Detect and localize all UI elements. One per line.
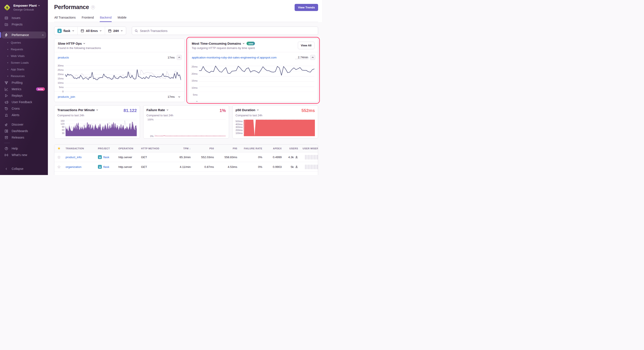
search-transactions-box	[132, 27, 318, 35]
sidebar-item-screen-loads[interactable]: Screen Loads	[0, 59, 48, 66]
environment-icon	[81, 29, 84, 33]
transaction-link[interactable]: product_info	[66, 156, 82, 159]
flask-project-icon	[98, 155, 102, 159]
page-help-icon[interactable]: ?	[91, 6, 95, 9]
tab-frontend[interactable]: Frontend	[82, 16, 94, 22]
column-header-apdex[interactable]: APDEX	[262, 147, 282, 150]
active-nav-indicator	[0, 32, 1, 38]
sidebar-item-performance[interactable]: Performance	[2, 32, 46, 39]
beta-badge: beta	[36, 87, 45, 91]
column-header-p95[interactable]: P95	[214, 147, 237, 150]
transaction-link-products-join[interactable]: products_join	[58, 95, 75, 98]
sidebar-item-queries[interactable]: Queries	[0, 39, 48, 46]
sidebar-item-app-starts[interactable]: App Starts	[0, 66, 48, 73]
sidebar-item-discover[interactable]: Discover	[0, 121, 48, 128]
apdex-cell: 0.4999	[262, 156, 282, 159]
sidebar-item-resources[interactable]: Resources	[0, 73, 48, 79]
column-header-failure-rate[interactable]: FAILURE RATE	[237, 147, 262, 150]
user-misery-score-bar	[298, 165, 318, 169]
sidebar-item-replays[interactable]: Replays	[0, 92, 48, 99]
tab-all-transactions[interactable]: All Transactions	[54, 16, 76, 22]
content-area: flask All Envs 24H	[48, 22, 322, 175]
users-cell: 4.3k	[288, 156, 294, 159]
sidebar-item-crons[interactable]: Crons	[0, 105, 48, 112]
column-header-transaction[interactable]: TRANSACTION	[66, 147, 98, 150]
slow-http-ops-title-dropdown[interactable]: Slow HTTP Ops	[58, 42, 101, 45]
p50-widget-dropdown[interactable]: p50 Duration	[236, 108, 259, 112]
tab-mobile[interactable]: Mobile	[117, 16, 126, 22]
view-all-button[interactable]: View All	[298, 42, 314, 49]
column-header-users[interactable]: USERS	[282, 147, 298, 150]
search-icon	[134, 29, 138, 33]
sidebar-item-whats-new[interactable]: What's new	[0, 152, 48, 158]
dashboards-icon	[4, 129, 8, 133]
sidebar-item-metrics[interactable]: Metrics beta	[0, 86, 48, 92]
chevron-up-icon	[42, 34, 44, 36]
tpm-chart: 150120906030	[57, 119, 137, 136]
sidebar-item-profiling[interactable]: Profiling	[0, 79, 48, 86]
p50-cell: 552.03ms	[191, 156, 214, 159]
star-column-header[interactable]	[57, 147, 66, 150]
column-header-http-method[interactable]: HTTP METHOD	[141, 147, 166, 150]
sidebar-item-user-feedback[interactable]: User Feedback	[0, 99, 48, 105]
column-header-tpm[interactable]: TPM↓	[166, 147, 191, 150]
tab-backend[interactable]: Backend	[100, 16, 112, 22]
column-header-p50[interactable]: P50	[191, 147, 214, 150]
table-row: organization flask http.server GET 4.11/…	[54, 162, 318, 172]
view-trends-button[interactable]: View Trends	[294, 4, 318, 11]
user-misery-score-bar	[298, 155, 318, 159]
chevron-down-icon	[166, 109, 169, 111]
environment-filter[interactable]: All Envs	[78, 27, 105, 35]
flask-project-icon	[57, 29, 62, 33]
siren-icon	[4, 113, 8, 117]
sidebar-item-dashboards[interactable]: Dashboards	[0, 128, 48, 134]
project-link[interactable]: flask	[103, 156, 109, 159]
column-header-user-misery[interactable]: USER MISERY	[298, 147, 318, 150]
transaction-link-products[interactable]: products	[58, 56, 69, 59]
project-link[interactable]: flask	[103, 165, 109, 169]
chevron-down-icon	[83, 42, 86, 45]
org-switcher[interactable]: Empower Plant George Gritsouk	[0, 2, 48, 15]
failure-rate-widget-dropdown[interactable]: Failure Rate	[146, 108, 169, 112]
replays-icon	[4, 94, 8, 98]
sidebar-item-web-vitals[interactable]: Web Vitals	[0, 53, 48, 59]
p95-cell: 558.83ms	[214, 156, 237, 159]
tpm-widget-dropdown[interactable]: Transactions Per Minute	[57, 108, 98, 112]
app-root: Empower Plant George Gritsouk Issues Pro…	[0, 0, 322, 175]
failure-rate-widget: Failure Rate 1% Compared to last 24h 100…	[143, 105, 229, 139]
chevron-down-icon	[178, 96, 180, 98]
column-header-project[interactable]: PROJECT	[98, 147, 118, 150]
sidebar-item-alerts[interactable]: Alerts	[0, 112, 48, 118]
apdex-cell: 0.9903	[262, 165, 282, 169]
chevron-down-icon	[120, 30, 123, 32]
sidebar-item-issues[interactable]: Issues	[0, 15, 48, 21]
page-title: Performance	[54, 4, 89, 11]
search-transactions-input[interactable]	[140, 29, 315, 33]
expand-row-button[interactable]	[177, 94, 182, 100]
collapse-row-button[interactable]	[177, 55, 182, 60]
column-header-operation[interactable]: OPERATION	[118, 147, 141, 150]
favorite-star-icon[interactable]	[57, 165, 66, 169]
table-header: TRANSACTION PROJECT OPERATION HTTP METHO…	[54, 145, 318, 152]
collapse-row-button[interactable]	[310, 55, 315, 60]
sidebar-item-releases[interactable]: Releases	[0, 134, 48, 141]
favorite-star-icon[interactable]	[57, 156, 66, 159]
project-filter[interactable]: flask	[54, 27, 78, 35]
sidebar-divider	[4, 143, 10, 143]
sidebar-item-requests[interactable]: Requests	[0, 46, 48, 53]
clock-icon	[4, 107, 8, 111]
issues-icon	[4, 16, 8, 20]
sidebar-item-help[interactable]: Help	[0, 145, 48, 152]
tab-bar: All Transactions Frontend Backend Mobile	[54, 16, 318, 22]
date-range-filter[interactable]: 24H	[105, 27, 126, 35]
sidebar-collapse-button[interactable]: Collapse	[0, 166, 48, 172]
tpm-cell: 4.11/min	[166, 165, 191, 169]
domains-title-dropdown[interactable]: Most Time-Consuming Domains	[192, 42, 245, 45]
transaction-link[interactable]: organization	[66, 165, 82, 169]
p50-plot	[244, 119, 315, 136]
tpm-cell: 65.3/min	[166, 156, 191, 159]
domain-link[interactable]: application-monitoring-ruby-dot-sales-en…	[192, 56, 276, 59]
slow-http-plot	[65, 64, 181, 92]
main-content: Performance ? View Trends All Transactio…	[48, 0, 322, 175]
sidebar-item-projects[interactable]: Projects	[0, 21, 48, 28]
